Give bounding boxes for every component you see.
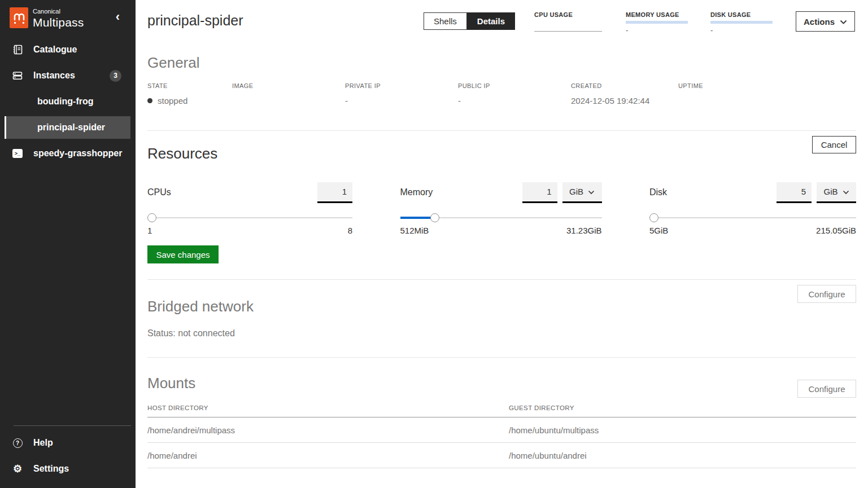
general-grid: STATE stopped IMAGE PRIVATE IP - PUBLIC … <box>147 82 856 105</box>
image-label: IMAGE <box>232 82 345 89</box>
disk-input[interactable] <box>777 182 812 203</box>
tab-details[interactable]: Details <box>467 12 515 30</box>
cpus-slider-track[interactable] <box>147 217 352 218</box>
disk-slider <box>649 213 856 222</box>
memory-slider-fill <box>400 217 434 219</box>
sidebar-item-speedy-grasshopper[interactable]: >_ speedy-grasshopper <box>5 142 130 165</box>
sidebar-footer-divider <box>14 425 131 426</box>
state-dot-icon <box>147 98 152 103</box>
tab-shells[interactable]: Shells <box>424 12 467 30</box>
resources-grid: CPUs 1 8 Memory GiB <box>147 181 856 235</box>
disk-usage-label: DISK USAGE <box>710 11 779 18</box>
bridged-network-section: Bridged network Configure Status: not co… <box>147 280 856 357</box>
mounts-table: HOST DIRECTORY GUEST DIRECTORY /home/and… <box>147 405 856 468</box>
cpus-slider-thumb[interactable] <box>147 213 156 222</box>
table-row[interactable]: /home/andrei /home/ubuntu/andrei <box>147 443 856 468</box>
created-label: CREATED <box>571 82 678 89</box>
cpus-column: CPUs 1 8 <box>147 181 352 235</box>
multipass-logo-icon <box>10 7 28 28</box>
memory-unit-select[interactable]: GiB <box>562 182 602 203</box>
sidebar-footer: ? Help ⚙ Settings <box>0 425 136 483</box>
disk-usage-block: DISK USAGE - <box>710 11 779 34</box>
bridged-configure-button[interactable]: Configure <box>797 285 856 303</box>
cancel-button[interactable]: Cancel <box>812 136 856 153</box>
memory-slider-thumb[interactable] <box>430 213 439 222</box>
mounts-header-row: HOST DIRECTORY GUEST DIRECTORY <box>147 405 856 417</box>
sidebar-item-catalogue[interactable]: Catalogue <box>5 38 130 61</box>
memory-usage-value: - <box>626 26 695 34</box>
disk-usage-value: - <box>710 26 779 34</box>
created-value: 2024-12-05 19:42:44 <box>571 95 678 105</box>
brand-canonical: Canonical <box>33 8 84 15</box>
bridged-status: Status: not connected <box>147 328 856 338</box>
sidebar-item-label: principal-spider <box>37 122 105 133</box>
sidebar-item-label: bouding-frog <box>37 96 94 107</box>
sidebar-item-label: Catalogue <box>33 45 77 55</box>
mounts-configure-button[interactable]: Configure <box>797 380 856 398</box>
cpus-input[interactable] <box>317 182 352 203</box>
guest-directory-cell: /home/ubuntu/multipass <box>509 425 856 435</box>
resources-section: Resources Cancel CPUs 1 8 <box>147 131 856 279</box>
disk-unit-select[interactable]: GiB <box>817 182 856 203</box>
chevron-down-icon <box>843 187 849 196</box>
disk-min: 5GiB <box>649 226 668 235</box>
sidebar-item-principal-spider[interactable]: principal-spider <box>5 116 130 139</box>
sidebar-item-label: Instances <box>33 71 75 81</box>
sidebar-item-label: speedy-grasshopper <box>33 148 122 159</box>
cpus-slider <box>147 213 352 222</box>
host-directory-cell: /home/andrei/multipass <box>147 425 509 435</box>
image-value <box>232 95 345 105</box>
disk-slider-thumb[interactable] <box>649 213 658 222</box>
memory-usage-bar <box>626 21 688 24</box>
host-directory-header: HOST DIRECTORY <box>147 405 509 411</box>
cpu-usage-empty-bar <box>534 31 602 32</box>
uptime-value <box>678 95 856 105</box>
disk-max: 215.05GiB <box>816 226 856 235</box>
page-title: principal-spider <box>147 12 243 29</box>
memory-label: Memory <box>400 187 433 197</box>
table-row[interactable]: /home/andrei/multipass /home/ubuntu/mult… <box>147 417 856 443</box>
cpus-max: 8 <box>348 226 352 235</box>
help-icon: ? <box>12 438 23 448</box>
sidebar-item-instances[interactable]: Instances 3 <box>5 64 130 87</box>
memory-usage-block: MEMORY USAGE - <box>626 11 695 34</box>
guest-directory-header: GUEST DIRECTORY <box>509 405 856 411</box>
actions-button[interactable]: Actions <box>796 11 855 32</box>
chevron-down-icon <box>588 187 595 196</box>
resources-heading: Resources <box>147 145 856 162</box>
memory-min: 512MiB <box>400 226 429 235</box>
instances-count-badge: 3 <box>110 70 121 82</box>
cpu-usage-label: CPU USAGE <box>534 11 603 18</box>
sidebar: Canonical Multipass ‹ Catalogue <box>0 0 136 488</box>
sidebar-collapse-icon[interactable]: ‹ <box>116 10 120 24</box>
state-value: stopped <box>147 95 232 105</box>
general-heading: General <box>147 54 856 72</box>
memory-slider <box>400 213 602 222</box>
memory-column: Memory GiB 512MiB 31.23Gi <box>400 181 602 235</box>
state-label: STATE <box>147 82 232 89</box>
private-ip-label: PRIVATE IP <box>345 82 458 89</box>
memory-input[interactable] <box>522 182 557 203</box>
sidebar-item-settings[interactable]: ⚙ Settings <box>5 458 130 480</box>
cpu-usage-block: CPU USAGE <box>534 11 603 34</box>
disk-usage-bar <box>710 21 773 24</box>
disk-column: Disk GiB 5GiB 215.05GiB <box>649 181 856 235</box>
actions-button-label: Actions <box>804 17 835 27</box>
public-ip-value: - <box>458 95 571 105</box>
chevron-down-icon <box>840 17 847 27</box>
save-changes-button[interactable]: Save changes <box>147 245 219 263</box>
public-ip-label: PUBLIC IP <box>458 82 571 89</box>
sidebar-nav: Catalogue Instances 3 bouding-frog princ… <box>0 36 136 165</box>
bridged-network-heading: Bridged network <box>147 298 856 315</box>
sidebar-item-bouding-frog[interactable]: bouding-frog <box>5 90 130 113</box>
mounts-section: Mounts Configure HOST DIRECTORY GUEST DI… <box>147 358 856 468</box>
cpus-min: 1 <box>147 226 152 235</box>
main-content: principal-spider Shells Details CPU USAG… <box>136 0 868 488</box>
brand-multipass: Multipass <box>33 16 84 28</box>
instances-icon <box>12 71 23 81</box>
brand: Canonical Multipass ‹ <box>0 0 136 36</box>
disk-slider-track[interactable] <box>649 217 856 218</box>
uptime-label: UPTIME <box>678 82 856 89</box>
sidebar-item-help[interactable]: ? Help <box>5 432 130 454</box>
memory-usage-label: MEMORY USAGE <box>626 11 695 18</box>
